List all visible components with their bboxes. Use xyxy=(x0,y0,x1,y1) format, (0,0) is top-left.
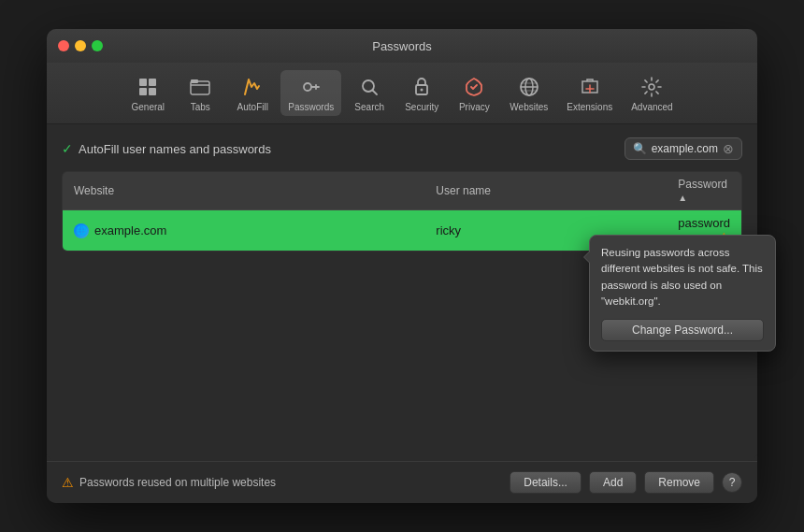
general-icon xyxy=(135,74,161,100)
svg-rect-0 xyxy=(139,79,147,86)
toolbar-item-extensions[interactable]: Extensions xyxy=(559,70,620,116)
bottom-bar: ⚠ Passwords reused on multiple websites … xyxy=(47,461,757,503)
privacy-icon xyxy=(461,74,487,100)
toolbar-item-autofill[interactable]: AutoFill xyxy=(228,70,277,116)
search-icon xyxy=(356,74,382,100)
svg-point-9 xyxy=(421,89,424,92)
change-password-button[interactable]: Change Password... xyxy=(601,319,764,341)
main-window: Passwords General xyxy=(47,29,757,503)
warning-triangle-icon: ⚠ xyxy=(62,475,74,490)
top-bar: ✓ AutoFill user names and passwords 🔍 ex… xyxy=(62,137,742,160)
toolbar-item-privacy[interactable]: Privacy xyxy=(450,70,498,116)
svg-rect-2 xyxy=(139,88,147,95)
tabs-label: Tabs xyxy=(191,102,210,112)
autofill-label: AutoFill xyxy=(237,102,268,112)
search-clear-button[interactable]: ⊗ xyxy=(723,141,734,156)
svg-rect-3 xyxy=(149,88,156,95)
svg-point-12 xyxy=(649,84,654,90)
status-text: Passwords reused on multiple websites xyxy=(79,476,276,489)
maximize-button[interactable] xyxy=(92,40,103,51)
search-label: Search xyxy=(354,102,384,112)
svg-rect-4 xyxy=(191,81,209,94)
toolbar-item-security[interactable]: Security xyxy=(397,70,446,116)
autofill-row: ✓ AutoFill user names and passwords xyxy=(62,141,271,156)
col-header-username: User name xyxy=(424,172,667,210)
sort-arrow-icon: ▲ xyxy=(678,193,687,203)
remove-button[interactable]: Remove xyxy=(644,471,714,494)
traffic-lights xyxy=(58,40,103,51)
toolbar-item-passwords[interactable]: Passwords xyxy=(280,70,341,116)
toolbar-item-tabs[interactable]: Tabs xyxy=(176,70,224,116)
table-header-row: Website User name Password ▲ xyxy=(63,172,742,210)
websites-icon xyxy=(516,74,542,100)
advanced-label: Advanced xyxy=(631,102,672,112)
autofill-checkbox-label: AutoFill user names and passwords xyxy=(79,142,271,156)
toolbar-item-search[interactable]: Search xyxy=(345,70,394,116)
toolbar: General Tabs AutoFill xyxy=(47,63,757,124)
help-button[interactable]: ? xyxy=(722,472,742,493)
toolbar-item-advanced[interactable]: Advanced xyxy=(624,70,680,116)
websites-label: Websites xyxy=(510,102,548,112)
search-value: example.com xyxy=(652,142,718,155)
tabs-icon xyxy=(187,74,213,100)
globe-icon: 🌐 xyxy=(74,223,89,238)
toolbar-item-general[interactable]: General xyxy=(123,70,172,116)
add-button[interactable]: Add xyxy=(589,471,637,494)
svg-point-6 xyxy=(304,83,311,91)
details-button[interactable]: Details... xyxy=(510,471,581,494)
popover-text: Reusing passwords across different websi… xyxy=(601,245,764,309)
privacy-label: Privacy xyxy=(459,102,490,112)
autofill-checkmark: ✓ xyxy=(62,141,73,156)
website-cell: 🌐 example.com xyxy=(74,223,413,238)
toolbar-item-websites[interactable]: Websites xyxy=(502,70,555,116)
passwords-icon xyxy=(298,74,324,100)
svg-rect-5 xyxy=(191,79,198,83)
extensions-label: Extensions xyxy=(567,102,612,112)
search-box[interactable]: 🔍 example.com ⊗ xyxy=(625,137,742,160)
passwords-label: Passwords xyxy=(288,102,334,112)
security-label: Security xyxy=(405,102,438,112)
col-header-password: Password ▲ xyxy=(667,172,741,210)
search-magnify-icon: 🔍 xyxy=(633,142,647,155)
close-button[interactable] xyxy=(58,40,69,51)
window-title: Passwords xyxy=(372,39,432,53)
password-warning-popover: Reusing passwords across different websi… xyxy=(589,235,776,352)
col-header-website: Website xyxy=(63,172,425,210)
minimize-button[interactable] xyxy=(75,40,86,51)
security-icon xyxy=(409,74,435,100)
cell-website: 🌐 example.com xyxy=(63,210,425,252)
svg-rect-1 xyxy=(149,79,156,86)
warning-status: ⚠ Passwords reused on multiple websites xyxy=(62,475,502,490)
autofill-icon xyxy=(239,74,266,100)
advanced-icon xyxy=(639,74,665,100)
titlebar: Passwords xyxy=(47,29,757,63)
extensions-icon xyxy=(577,74,603,100)
general-label: General xyxy=(132,102,165,112)
